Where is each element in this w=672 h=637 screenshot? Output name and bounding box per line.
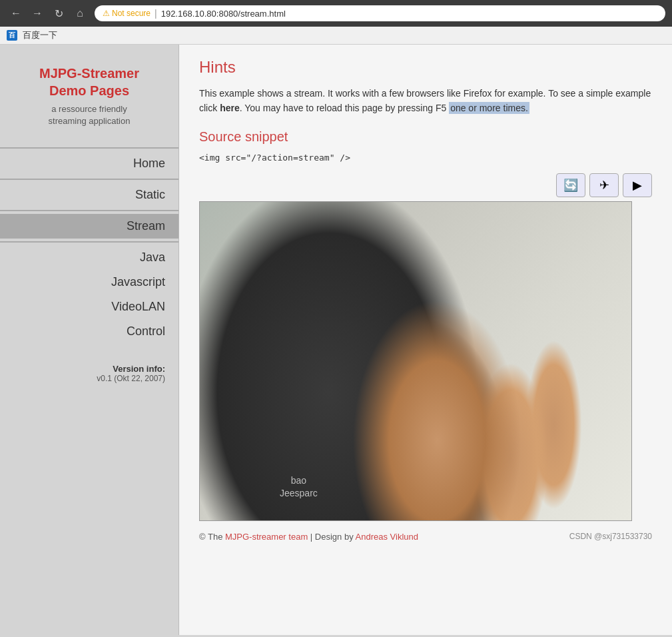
sidebar-item-videolan[interactable]: VideoLAN bbox=[0, 295, 178, 319]
footer-prefix: © The bbox=[199, 532, 225, 542]
hints-text-after1: . You may have to reload this page by pr… bbox=[240, 103, 447, 113]
footer-right: CSDN @sxj731533730 bbox=[569, 532, 652, 541]
logo-subtitle-line2: streaming application bbox=[49, 116, 131, 126]
version-value: v0.1 (Okt 22, 2007) bbox=[13, 374, 165, 383]
sidebar-divider-top bbox=[0, 147, 178, 149]
stream-image-container: bao Jeesparc bbox=[199, 201, 632, 521]
sidebar-item-home[interactable]: Home bbox=[0, 151, 178, 176]
url-text: 192.168.10.80:8080/stream.html bbox=[161, 9, 286, 19]
bookmark-favicon: 百 bbox=[7, 30, 17, 41]
send-icon: ✈ bbox=[599, 178, 609, 193]
hints-heading: Hints bbox=[199, 58, 652, 77]
logo-subtitle-line1: a ressource friendly bbox=[51, 104, 127, 114]
browser-chrome: ← → ↻ ⌂ ⚠ Not secure | 192.168.10.80:808… bbox=[0, 0, 672, 45]
sidebar-nav: Home Static Stream Java Javascript Video… bbox=[0, 147, 178, 344]
logo-line1: MJPG-Streamer bbox=[39, 66, 139, 81]
sidebar-divider-1 bbox=[0, 179, 178, 180]
sidebar-divider-3 bbox=[0, 241, 178, 243]
sidebar: MJPG-Streamer Demo Pages a ressource fri… bbox=[0, 45, 178, 635]
send-stream-button[interactable]: ✈ bbox=[589, 173, 619, 197]
sidebar-logo: MJPG-Streamer Demo Pages a ressource fri… bbox=[0, 58, 178, 141]
separator: | bbox=[155, 8, 157, 19]
warning-icon: ⚠ bbox=[103, 9, 110, 18]
page-footer: © The MJPG-streamer team | Design by And… bbox=[199, 521, 652, 548]
play-icon: ▶ bbox=[633, 178, 642, 193]
sidebar-item-stream[interactable]: Stream bbox=[0, 214, 178, 239]
watermark-line1: bao bbox=[291, 475, 306, 486]
sidebar-version: Version info: v0.1 (Okt 22, 2007) bbox=[0, 350, 178, 396]
refresh-stream-button[interactable]: 🔄 bbox=[556, 173, 585, 197]
home-button[interactable]: ⌂ bbox=[71, 4, 89, 23]
logo-title: MJPG-Streamer Demo Pages bbox=[13, 65, 165, 99]
footer-team-link[interactable]: MJPG-streamer team bbox=[225, 532, 308, 542]
logo-subtitle: a ressource friendly streaming applicati… bbox=[13, 103, 165, 127]
hints-here-link[interactable]: here bbox=[220, 103, 240, 113]
bookmarks-bar: 百 百度一下 bbox=[0, 27, 672, 45]
bookmark-label[interactable]: 百度一下 bbox=[23, 29, 57, 41]
hints-paragraph: This example shows a stream. It works wi… bbox=[199, 86, 652, 116]
nav-buttons: ← → ↻ ⌂ bbox=[7, 4, 89, 23]
sidebar-item-java[interactable]: Java bbox=[0, 245, 178, 270]
page-container: MJPG-Streamer Demo Pages a ressource fri… bbox=[0, 45, 672, 635]
camera-image: bao Jeesparc bbox=[200, 202, 631, 520]
version-label: Version info: bbox=[13, 364, 165, 374]
address-bar[interactable]: ⚠ Not secure | 192.168.10.80:8080/stream… bbox=[95, 5, 665, 21]
footer-left: © The MJPG-streamer team | Design by And… bbox=[199, 532, 418, 542]
sidebar-item-static[interactable]: Static bbox=[0, 183, 178, 207]
logo-line2: Demo Pages bbox=[49, 83, 129, 98]
sidebar-divider-2 bbox=[0, 210, 178, 211]
sidebar-item-control[interactable]: Control bbox=[0, 319, 178, 344]
code-snippet: <img src="/?action=stream" /> bbox=[199, 153, 652, 163]
footer-designer-link[interactable]: Andreas Viklund bbox=[356, 532, 418, 542]
hints-text-after2: one or more times. bbox=[450, 103, 528, 113]
forward-button[interactable]: → bbox=[28, 4, 47, 23]
browser-toolbar: ← → ↻ ⌂ ⚠ Not secure | 192.168.10.80:808… bbox=[0, 0, 672, 27]
sidebar-item-javascript[interactable]: Javascript bbox=[0, 270, 178, 295]
security-warning: ⚠ Not secure bbox=[103, 9, 151, 18]
back-button[interactable]: ← bbox=[7, 4, 25, 23]
main-content: Hints This example shows a stream. It wo… bbox=[178, 45, 672, 635]
reload-button[interactable]: ↻ bbox=[49, 4, 68, 23]
source-snippet-heading: Source snippet bbox=[199, 129, 652, 145]
play-stream-button[interactable]: ▶ bbox=[623, 173, 652, 197]
refresh-icon: 🔄 bbox=[563, 178, 578, 193]
stream-toolbar: 🔄 ✈ ▶ bbox=[199, 173, 652, 197]
camera-watermark: bao Jeesparc bbox=[280, 474, 318, 500]
watermark-line2: Jeesparc bbox=[280, 488, 318, 498]
hints-highlight: one or more times. bbox=[449, 102, 529, 114]
footer-middle: | Design by bbox=[308, 532, 355, 542]
not-secure-label: Not secure bbox=[112, 9, 151, 18]
